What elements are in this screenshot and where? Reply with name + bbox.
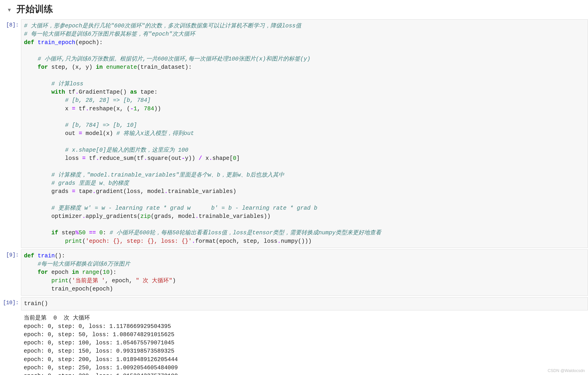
cell-prompt: [10]: <box>0 297 21 310</box>
code-cell: [8]:# 大循环，形参epoch是执行几轮"600次循环"的次数，多次训练数据… <box>0 19 588 248</box>
collapse-toggle-icon[interactable]: ▼ <box>7 7 12 13</box>
code-text: train() <box>24 300 585 308</box>
code-text: # 大循环，形参epoch是执行几轮"600次循环"的次数，多次训练数据集可以让… <box>24 22 585 246</box>
code-area[interactable]: train() <box>21 297 588 310</box>
code-area[interactable]: def train(): #每一轮大循环都换在训练6万张图片 for epoch… <box>21 249 588 296</box>
output-cell: 当前是第 0 次 大循环 epoch: 0, step: 0, loss: 1.… <box>0 312 588 375</box>
watermark-text: CSDN @Waldocsdn <box>548 368 585 373</box>
cell-prompt <box>0 312 21 375</box>
code-area[interactable]: # 大循环，形参epoch是执行几轮"600次循环"的次数，多次训练数据集可以让… <box>21 19 588 248</box>
cell-prompt: [9]: <box>0 249 21 296</box>
output-text: 当前是第 0 次 大循环 epoch: 0, step: 0, loss: 1.… <box>24 314 585 375</box>
output-area: 当前是第 0 次 大循环 epoch: 0, step: 0, loss: 1.… <box>21 312 588 375</box>
code-text: def train(): #每一轮大循环都换在训练6万张图片 for epoch… <box>24 252 585 293</box>
cell-prompt: [8]: <box>0 19 21 248</box>
code-cell: [9]:def train(): #每一轮大循环都换在训练6万张图片 for e… <box>0 249 588 296</box>
section-heading: 开始训练 <box>16 3 53 15</box>
code-cell: [10]:train() <box>0 297 588 310</box>
notebook-container: ▼ 开始训练 [8]:# 大循环，形参epoch是执行几轮"600次循环"的次数… <box>0 0 588 375</box>
section-heading-row: ▼ 开始训练 <box>0 0 588 18</box>
